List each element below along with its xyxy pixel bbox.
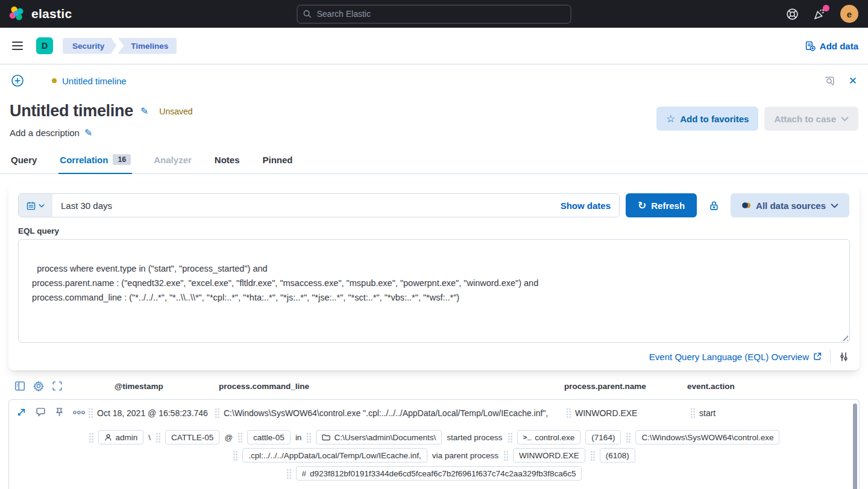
folder-icon — [322, 434, 330, 441]
edit-description-icon[interactable]: ✎ — [84, 127, 92, 139]
menu-icon[interactable] — [10, 39, 25, 52]
date-quick-select-button[interactable] — [19, 194, 52, 217]
tab-correlation[interactable]: Correlation 16 — [58, 148, 132, 174]
pid-badge[interactable]: (7164) — [585, 430, 621, 444]
drag-handle[interactable] — [286, 469, 291, 479]
column-header-action[interactable]: event.action — [687, 382, 735, 391]
global-search[interactable] — [297, 5, 571, 23]
refresh-icon: ↻ — [638, 201, 646, 211]
user-avatar[interactable]: e — [840, 5, 858, 23]
help-icon[interactable] — [786, 8, 799, 20]
drag-handle[interactable] — [508, 432, 512, 443]
date-range-value[interactable]: Last 30 days — [52, 201, 112, 211]
chevron-down-icon — [39, 204, 45, 208]
close-icon[interactable]: ✕ — [849, 75, 857, 87]
cell-timestamp[interactable]: Oct 18, 2021 @ 16:58:23.746 — [88, 408, 208, 418]
cell-action[interactable]: start — [690, 408, 715, 418]
file-hash-badge[interactable]: # d923f812bf0191f3344de6cd5fceaf6c7b2f69… — [296, 466, 582, 481]
settings-sliders-icon[interactable] — [839, 352, 849, 362]
lock-date-range-icon[interactable] — [703, 193, 725, 217]
cell-command-line[interactable]: C:\Windows\SysWOW64\control.exe ".cpl:..… — [215, 408, 548, 418]
cell-parent-name[interactable]: WINWORD.EXE — [566, 408, 637, 418]
inspect-icon[interactable] — [824, 75, 835, 87]
drag-handle[interactable] — [503, 450, 508, 461]
parent-process-badge[interactable]: WINWORD.EXE — [513, 448, 585, 463]
drag-handle[interactable] — [237, 432, 242, 443]
timeline-bottom-bar: Untitled timeline ✕ — [0, 67, 868, 95]
pin-event-icon[interactable] — [55, 407, 64, 417]
logo-wordmark: elastic — [31, 7, 72, 21]
fullscreen-icon[interactable] — [52, 381, 63, 391]
search-icon — [303, 10, 312, 19]
separator: in — [295, 433, 302, 442]
gear-icon[interactable] — [33, 381, 44, 391]
elastic-logo-icon — [8, 5, 25, 22]
eql-query-textarea[interactable]: process where event.type in ("start", "p… — [18, 239, 850, 343]
external-link-icon — [813, 352, 822, 361]
vertical-scrollbar[interactable] — [853, 403, 857, 489]
data-sources-button[interactable]: All data sources — [731, 193, 849, 217]
notification-dot — [823, 5, 829, 11]
attach-to-case-button[interactable]: Attach to case — [764, 107, 858, 131]
event-summary-row-1: admin \ CATTLE-05 @ cattle-05 in C:\User… — [9, 430, 859, 444]
drag-handle[interactable] — [89, 432, 93, 443]
tab-notes[interactable]: Notes — [213, 148, 241, 173]
divider — [830, 350, 831, 363]
drag-handle[interactable] — [215, 408, 219, 418]
process-args-badge[interactable]: .cpl:../../../AppData/Local/Temp/Low/IEc… — [242, 448, 427, 463]
drag-handle[interactable] — [590, 450, 595, 461]
calendar-icon — [27, 201, 36, 210]
new-timeline-icon[interactable] — [11, 74, 24, 87]
add-to-favorites-button[interactable]: ☆ Add to favorites — [656, 107, 758, 131]
drag-handle[interactable] — [88, 408, 93, 418]
elastic-logo[interactable]: elastic — [8, 5, 72, 22]
status-badge: Unsaved — [159, 107, 192, 116]
expand-event-icon[interactable] — [16, 407, 27, 417]
nav-bar: D Security Timelines Add data — [0, 28, 868, 64]
show-dates-button[interactable]: Show dates — [561, 201, 619, 211]
drag-handle[interactable] — [233, 450, 237, 461]
separator: \ — [148, 433, 151, 442]
column-header-command-line[interactable]: process.command_line — [219, 382, 309, 391]
user-badge[interactable]: admin — [98, 430, 144, 444]
date-range-picker[interactable]: Last 30 days Show dates — [18, 193, 620, 217]
hostname-badge[interactable]: CATTLE-05 — [165, 430, 219, 444]
space-avatar[interactable]: D — [36, 37, 53, 54]
space-initial: D — [42, 41, 48, 51]
breadcrumb-security[interactable]: Security — [63, 38, 116, 54]
tab-analyzer[interactable]: Analyzer — [153, 148, 193, 173]
summary-text: via parent process — [432, 451, 498, 460]
drag-handle[interactable] — [156, 432, 160, 443]
table-row: Oct 18, 2021 @ 16:58:23.746 C:\Windows\S… — [9, 403, 859, 424]
process-name-badge[interactable]: >_ control.exe — [517, 430, 581, 444]
edit-title-icon[interactable]: ✎ — [140, 105, 148, 117]
whats-new-icon[interactable] — [813, 8, 826, 20]
timeline-tabs: Query Correlation 16 Analyzer Notes Pinn… — [0, 148, 868, 174]
open-timeline-link[interactable]: Untitled timeline — [62, 76, 127, 86]
parent-pid-badge[interactable]: (6108) — [600, 448, 635, 463]
field-browser-icon[interactable] — [14, 381, 25, 391]
resize-handle[interactable] — [840, 333, 848, 341]
tab-query[interactable]: Query — [10, 148, 38, 173]
summary-text: started process — [447, 433, 502, 442]
global-search-input[interactable] — [297, 5, 571, 23]
eql-overview-label: Event Query Language (EQL) Overview — [649, 352, 809, 362]
column-header-parent-name[interactable]: process.parent.name — [564, 382, 646, 391]
drag-handle[interactable] — [626, 432, 631, 443]
refresh-button[interactable]: ↻ Refresh — [626, 193, 697, 217]
drag-handle[interactable] — [306, 432, 311, 443]
executable-badge[interactable]: C:\Windows\SysWOW64\control.exe — [635, 430, 779, 444]
add-data-button[interactable]: Add data — [805, 41, 858, 51]
more-actions-icon[interactable] — [73, 409, 85, 416]
tab-pinned[interactable]: Pinned — [262, 148, 294, 173]
global-header: elastic e — [0, 0, 868, 28]
events-table: Oct 18, 2021 @ 16:58:23.746 C:\Windows\S… — [8, 399, 860, 489]
eql-overview-link[interactable]: Event Query Language (EQL) Overview — [649, 352, 822, 362]
column-header-timestamp[interactable]: @timestamp — [115, 382, 163, 391]
drag-handle[interactable] — [566, 408, 571, 418]
working-directory-badge[interactable]: C:\Users\admin\Documents\ — [316, 430, 442, 444]
breadcrumb-timelines[interactable]: Timelines — [118, 38, 177, 54]
add-note-icon[interactable] — [36, 407, 46, 417]
host-badge[interactable]: cattle-05 — [247, 430, 291, 444]
drag-handle[interactable] — [690, 408, 695, 418]
